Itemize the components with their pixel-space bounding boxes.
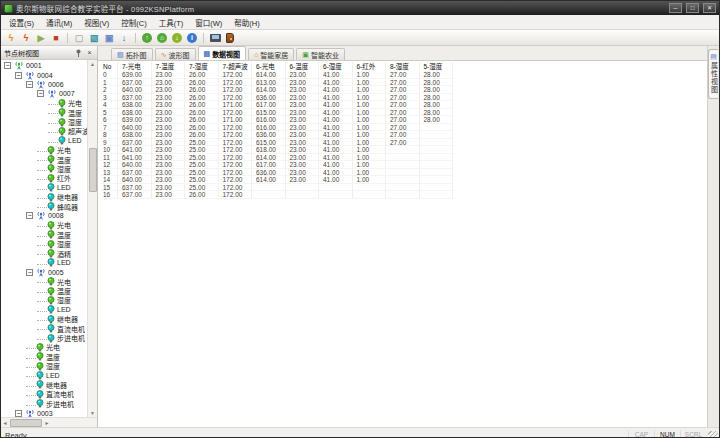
menu-item-tools[interactable]: 工具(T) (153, 15, 190, 29)
tree-item-ultrasonic-sensor[interactable]: 超声波 (1, 127, 87, 136)
menu-item-settings[interactable]: 设置(S) (3, 15, 40, 29)
tree-item-dc-motor-actuator[interactable]: 直流电机 (1, 390, 87, 399)
table-row[interactable]: 15637.0023.0025.00172.00 (100, 184, 707, 192)
tree-item-node-0007[interactable]: − 0007 (1, 89, 87, 98)
tab-topology[interactable]: ▧拓扑图 (111, 48, 153, 60)
table-row[interactable]: 8638.0023.0026.00172.00636.0023.0041.001… (100, 131, 707, 139)
scroll-thumb-horizontal[interactable] (10, 419, 42, 427)
table-row[interactable]: 1637.0023.0026.00172.00613.0023.0041.001… (100, 79, 707, 87)
table-row[interactable]: 12640.0023.0025.00172.00617.0023.0041.00… (100, 161, 707, 169)
expand-collapse-icon[interactable]: − (26, 81, 33, 88)
tree-item-node-0008[interactable]: − 0008 (1, 211, 87, 220)
tree-item-led-actuator[interactable]: LED (1, 305, 87, 314)
tree-item-humidity-sensor[interactable]: 湿度 (1, 117, 87, 126)
tree-item-alcohol-sensor[interactable]: 酒精 (1, 249, 87, 258)
menu-item-communication[interactable]: 通讯(M) (40, 15, 78, 29)
tree-item-relay-actuator[interactable]: 继电器 (1, 315, 87, 324)
table-row[interactable]: 4638.0023.0026.00171.00617.0023.0041.001… (100, 101, 707, 109)
tree-item-led-actuator[interactable]: LED (1, 371, 87, 380)
expand-collapse-icon[interactable]: − (26, 212, 33, 219)
stop-icon[interactable]: ■ (50, 32, 62, 44)
start-icon[interactable]: ▶ (35, 32, 47, 44)
tree-item-buzzer-actuator[interactable]: 蜂鸣器 (1, 202, 87, 211)
column-header-7[interactable]: 6-湿度 (319, 62, 353, 71)
table-row[interactable]: 0639.0023.0026.00172.00614.0023.0041.001… (100, 71, 707, 79)
tree-item-stepper-motor-actuator[interactable]: 步进电机 (1, 333, 87, 342)
table-row[interactable]: 11641.0023.0025.00172.00614.0023.0041.00… (100, 154, 707, 162)
column-header-1[interactable]: 7-光电 (118, 62, 152, 71)
tab-smart-agriculture[interactable]: ▣智能农业 (296, 48, 345, 60)
scroll-thumb[interactable] (89, 148, 97, 192)
tree-item-node-0001[interactable]: − 0001 (1, 61, 87, 70)
title-bar[interactable]: 奥尔斯物联网综合教学实验平台 - 0992KSNPlatform ─ □ ✕ (1, 1, 719, 15)
tree-item-infrared-sensor[interactable]: 红外 (1, 174, 87, 183)
tree-horizontal-scrollbar[interactable]: ◄ ► (1, 417, 97, 427)
tree-item-photoelectric-sensor[interactable]: 光电 (1, 221, 87, 230)
column-header-0[interactable]: No (100, 62, 118, 71)
tab-waveform[interactable]: ∿波形图 (155, 48, 196, 60)
tree-item-temperature-sensor[interactable]: 温度 (1, 230, 87, 239)
scroll-down-icon[interactable]: ▼ (88, 409, 97, 417)
expand-collapse-icon[interactable]: − (37, 90, 44, 97)
disconnect-icon[interactable]: ϟ (20, 32, 32, 44)
chart-icon[interactable]: ▧ (88, 32, 100, 44)
menu-item-help[interactable]: 帮助(H) (228, 15, 265, 29)
expand-collapse-icon[interactable]: − (15, 72, 22, 79)
table-row[interactable]: 13637.0023.0025.00172.00636.0023.0041.00… (100, 169, 707, 177)
minimize-button[interactable]: ─ (669, 3, 682, 13)
tree-item-relay-actuator[interactable]: 继电器 (1, 380, 87, 389)
scroll-left-icon[interactable]: ◄ (1, 420, 9, 426)
tree-item-relay-actuator[interactable]: 继电器 (1, 192, 87, 201)
column-header-4[interactable]: 7-超声波 (219, 62, 253, 71)
column-header-8[interactable]: 6-红外 (353, 62, 387, 71)
tree-item-temperature-sensor[interactable]: 温度 (1, 155, 87, 164)
menu-item-control[interactable]: 控制(C) (115, 15, 152, 29)
tree-item-photoelectric-sensor[interactable]: 光电 (1, 343, 87, 352)
column-header-9[interactable]: 8-湿度 (386, 62, 420, 71)
monitor-icon[interactable] (209, 32, 221, 44)
tree-item-stepper-motor-actuator[interactable]: 步进电机 (1, 399, 87, 408)
table-row[interactable]: 2640.0023.0026.00172.00614.0023.0041.001… (100, 86, 707, 94)
tree-item-photoelectric-sensor[interactable]: 光电 (1, 277, 87, 286)
scroll-up-icon[interactable]: ▲ (88, 60, 97, 68)
home-icon[interactable]: ⌂ (156, 32, 168, 44)
table-row[interactable]: 16637.0023.0026.00172.00 (100, 191, 707, 199)
maximize-button[interactable]: □ (686, 3, 699, 13)
tree-item-node-0003[interactable]: − 0003 (1, 408, 87, 417)
expand-collapse-icon[interactable]: − (4, 62, 11, 69)
tree-item-led-actuator[interactable]: LED (1, 136, 87, 145)
tree-item-humidity-sensor[interactable]: 湿度 (1, 239, 87, 248)
info-icon[interactable]: i (186, 32, 198, 44)
expand-collapse-icon[interactable]: − (15, 410, 22, 417)
column-header-5[interactable]: 6-光电 (252, 62, 286, 71)
column-header-2[interactable]: 7-温度 (152, 62, 186, 71)
tree-item-photoelectric-sensor[interactable]: 光电 (1, 146, 87, 155)
tab-smart-home[interactable]: ⌂智能家居 (248, 48, 294, 60)
tree-item-photoelectric-sensor[interactable]: 光电 (1, 99, 87, 108)
tree-item-temperature-sensor[interactable]: 温度 (1, 352, 87, 361)
table-row[interactable]: 3637.0023.0026.00172.00636.0023.0041.001… (100, 94, 707, 102)
tree-vertical-scrollbar[interactable]: ▲ ▼ (87, 60, 97, 417)
resize-grip[interactable] (708, 431, 718, 438)
connect-icon[interactable]: ϟ (5, 32, 17, 44)
expand-collapse-icon[interactable]: − (26, 269, 33, 276)
table-row[interactable]: 5638.0023.0026.00172.00615.0023.0041.001… (100, 109, 707, 117)
upload-circle-icon[interactable]: ↑ (141, 32, 153, 44)
close-button[interactable]: ✕ (703, 3, 716, 13)
tree-item-node-0006[interactable]: − 0006 (1, 80, 87, 89)
tree-item-humidity-sensor[interactable]: 湿度 (1, 362, 87, 371)
column-header-6[interactable]: 6-温度 (286, 62, 320, 71)
clear-icon[interactable]: ▢ (73, 32, 85, 44)
tree-item-dc-motor-actuator[interactable]: 直流电机 (1, 324, 87, 333)
exit-icon[interactable] (224, 32, 236, 44)
property-view-tab[interactable]: ▤ 属性视图 (708, 49, 718, 99)
menu-item-window[interactable]: 窗口(W) (189, 15, 228, 29)
table-row[interactable]: 6639.0023.0026.00171.00616.0023.0041.001… (100, 116, 707, 124)
tree-item-node-0004[interactable]: − 0004 (1, 70, 87, 79)
tree-item-temperature-sensor[interactable]: 温度 (1, 286, 87, 295)
table-row[interactable]: 9637.0023.0025.00172.00615.0023.0041.001… (100, 139, 707, 147)
table-row[interactable]: 7640.0023.0026.00172.00616.0023.0041.001… (100, 124, 707, 132)
tree-item-led-actuator[interactable]: LED (1, 258, 87, 267)
column-header-10[interactable]: 5-湿度 (420, 62, 454, 71)
download-icon[interactable]: ↓ (118, 32, 130, 44)
